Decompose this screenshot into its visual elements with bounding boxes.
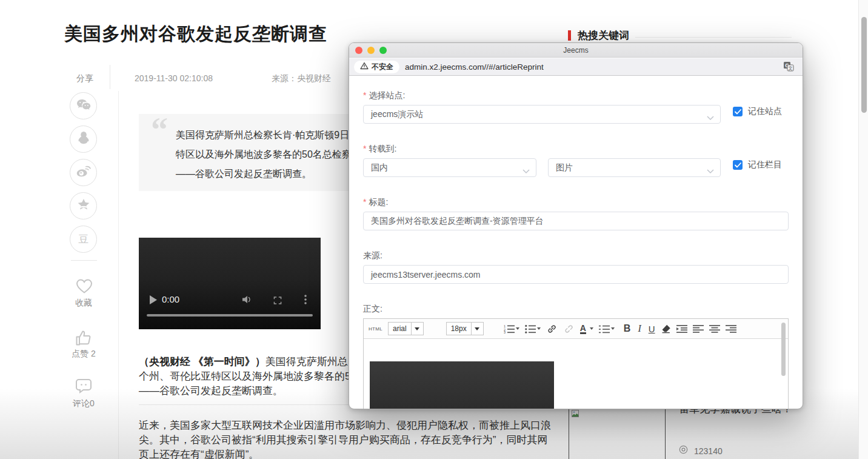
required-asterisk: * [363,197,366,207]
underline-glyph: U [649,324,655,334]
remember-channel-checkbox[interactable]: 记住栏目 [733,159,782,170]
scrollbar-thumb[interactable] [861,17,867,113]
remove-link-button[interactable] [563,324,575,334]
address-bar[interactable]: 不安全 admin.x2.jeecms.com//#/articleReprin… [349,58,803,76]
article-paragraph: （央视财经 《第一时间》）美国得克萨斯州总 个州、哥伦比亚特区以及海外属地波多黎… [139,355,356,398]
window-title: Jeecms [349,46,803,55]
svg-text:3: 3 [504,330,506,333]
share-wechat-button[interactable] [70,92,97,119]
bold-lead: （央视财经 《第一时间》） [139,356,265,367]
section-accent-bar [568,30,571,41]
publish-date: 2019-11-30 02:10:08 [135,73,213,83]
unordered-list-button[interactable] [525,324,541,333]
qq-icon [77,130,90,148]
play-icon[interactable] [150,295,158,307]
underline-button[interactable]: U [649,324,655,334]
line-height-button[interactable] [599,324,615,333]
jeecms-popup-window: Jeecms 不安全 admin.x2.jeecms.com//#/articl… [349,42,803,409]
svg-text:文: 文 [788,65,793,71]
share-qzone-button[interactable] [70,192,97,219]
body-line: 美国得克萨斯州总 [265,356,348,367]
italic-glyph: I [636,323,643,334]
page-scrollbar[interactable] [858,0,868,459]
checkbox-checked-icon [733,160,743,170]
share-douban-button[interactable]: 豆 [70,226,97,253]
dropdown-arrow-icon [411,323,423,335]
favorite-button[interactable] [75,278,93,297]
ordered-list-button[interactable]: 123 [504,324,519,333]
fullscreen-icon[interactable] [273,296,282,307]
body-line: 尖。其中，谷歌公司被指“利用其搜索引擎引导用户购买商品，存在反竞争行为”，同时其… [139,433,551,447]
share-label: 分享 [76,73,93,84]
site-select-value: jeecms演示站 [371,109,423,120]
dropdown-arrow-icon [471,323,483,335]
security-badge[interactable]: 不安全 [354,61,399,73]
weibo-icon [76,164,92,181]
rail-divider [71,260,97,261]
url-text[interactable]: admin.x2.jeecms.com//#/articleReprint [405,62,544,72]
chevron-down-icon [707,166,714,176]
font-color-button[interactable]: A [580,324,593,334]
reprint-to-label: *转载到: [363,144,396,155]
video-time: 0:00 [162,294,179,304]
html-source-button[interactable]: HTML [369,326,382,332]
qzone-star-icon [76,198,91,214]
quote-line: 特区以及海外属地波多黎各的50名总检察 [176,145,352,164]
title-field-label: *标题: [363,197,388,208]
editor-content-area[interactable] [364,339,788,409]
site-select[interactable]: jeecms演示站 [363,105,721,124]
view-count-row: 123140 [679,445,723,457]
editor-scrollbar-thumb[interactable] [781,323,786,376]
window-titlebar[interactable]: Jeecms [349,43,803,58]
indent-button[interactable] [676,324,687,333]
comment-button[interactable] [75,377,93,397]
quote-line: 美国得克萨斯州总检察长肯·帕克斯顿9日 [176,126,352,145]
clear-format-button[interactable] [661,324,671,333]
quote-line: ——谷歌公司发起反垄断调查。 [176,164,352,184]
like-button[interactable] [74,329,93,349]
bold-button[interactable]: B [624,323,631,334]
video-player[interactable]: 0:00 [139,238,321,329]
heart-icon [75,286,93,297]
share-qq-button[interactable] [70,126,97,153]
font-size-select[interactable]: 18px [446,322,484,335]
more-options-icon[interactable] [304,295,307,307]
italic-button[interactable]: I [636,323,643,334]
article-source: 来源：央视财经 [272,73,331,84]
align-right-button[interactable] [726,324,736,333]
channel-select[interactable]: 国内 [363,158,536,177]
remember-site-label: 记住站点 [748,106,782,117]
title-input-value: 美国多州对谷歌发起反垄断调查-资源管理平台 [371,216,544,227]
font-family-select[interactable]: arial [388,322,424,335]
required-asterisk: * [363,90,366,100]
subchannel-select[interactable]: 图片 [548,158,721,177]
font-family-value: arial [389,323,411,335]
related-article-thumbnail[interactable] [569,407,666,459]
thumbs-up-icon [74,338,93,349]
browser-page: 美国多州对谷歌发起反垄断调查 分享 2019-11-30 02:10:08 来源… [0,0,868,459]
body-line: 近来，美国多家大型互联网技术企业因滥用市场影响力、侵犯用户隐私权，而被推上风口浪 [139,418,551,433]
favorite-label: 收藏 [67,298,101,309]
body-line: 页上还存在有“虚假新闻”。 [139,447,551,459]
body-field-label: 正文: [363,304,382,315]
video-progress-bar[interactable] [147,314,313,317]
share-weibo-button[interactable] [70,159,97,186]
source-input-value: jeecms13tserver.jeecms.com [371,270,481,280]
douban-icon: 豆 [78,232,88,246]
align-center-button[interactable] [709,324,720,333]
comment-bubble-icon [75,386,93,396]
translate-icon[interactable]: G 文 [783,61,794,75]
site-select-label: *选择站点: [363,90,405,101]
source-field-label: 来源: [363,250,382,261]
title-input[interactable]: 美国多州对谷歌发起反垄断调查-资源管理平台 [363,212,789,230]
checkbox-checked-icon [733,107,743,116]
font-size-value: 18px [447,323,471,335]
align-left-button[interactable] [693,324,704,333]
source-input[interactable]: jeecms13tserver.jeecms.com [363,265,789,284]
volume-icon[interactable] [242,295,253,306]
hot-keywords-title: 热搜关键词 [578,28,629,42]
article-video-thumbnail [370,361,554,409]
insert-link-button[interactable] [546,324,558,334]
body-line: 个州、哥伦比亚特区以及海外属地波多黎各的50 [139,369,356,384]
remember-site-checkbox[interactable]: 记住站点 [733,106,782,117]
